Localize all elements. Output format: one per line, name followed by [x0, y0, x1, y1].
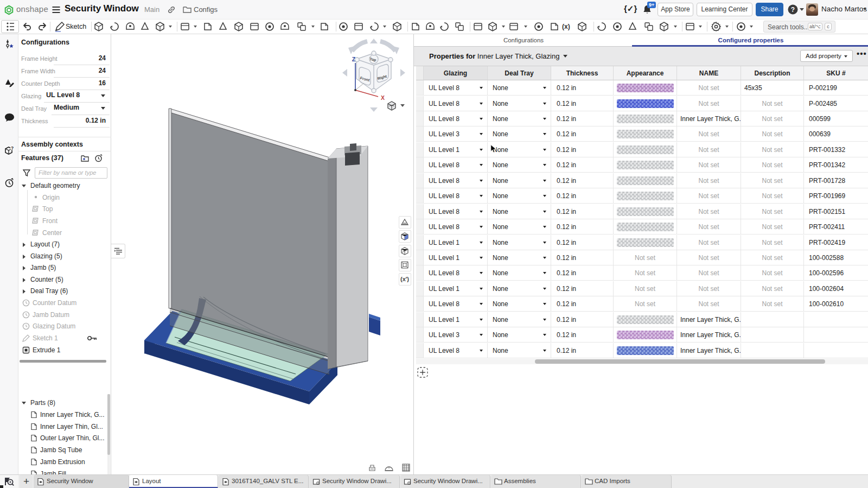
svg-text:?: ?: [791, 6, 795, 14]
svg-text:(xʹ): (xʹ): [400, 276, 409, 282]
svg-text:?: ?: [11, 145, 14, 151]
svg-text:Z: Z: [352, 56, 356, 62]
svg-text:X: X: [381, 94, 385, 101]
svg-text:Y: Y: [363, 77, 366, 82]
